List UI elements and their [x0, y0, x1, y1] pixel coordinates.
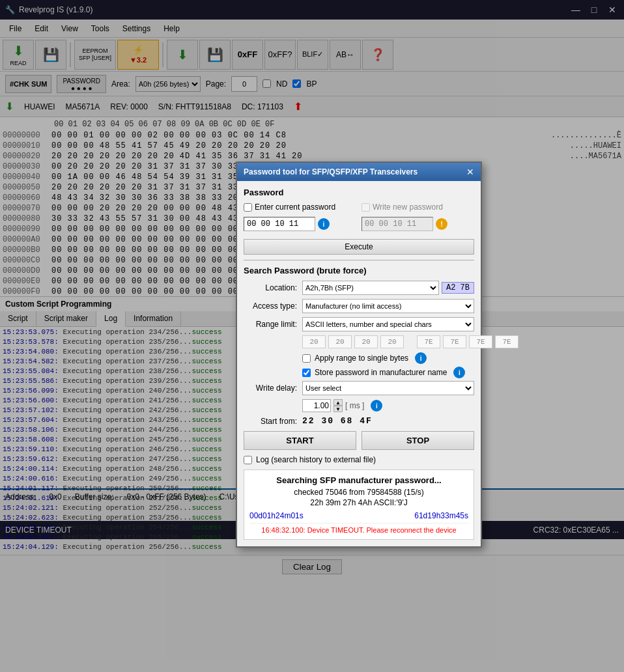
range-min-3[interactable]: [380, 335, 404, 348]
password-modal: Password tool for SFP/QSFP/XFP Transceiv…: [236, 161, 482, 548]
search-section-title: Search Password (brute force): [244, 266, 474, 275]
range-min-1[interactable]: [328, 335, 352, 348]
password-section-title: Password: [244, 188, 474, 197]
write-delay-select[interactable]: User select: [302, 381, 474, 395]
delay-up-button[interactable]: ▲: [333, 399, 343, 406]
range-max-0[interactable]: [417, 335, 440, 348]
delay-spin-buttons: ▲ ▼: [333, 399, 343, 412]
apply-range-label: Apply range to single bytes: [315, 354, 408, 363]
store-password-label: Store password in manufacturer name: [315, 368, 447, 377]
range-max-2[interactable]: [469, 335, 492, 348]
access-type-select[interactable]: Manufacturer (no limit access): [302, 299, 474, 313]
range-min-2[interactable]: [354, 335, 378, 348]
section-divider: [244, 260, 474, 260]
apply-range-row: Apply range to single bytes i: [244, 352, 474, 364]
modal-title-bar: Password tool for SFP/QSFP/XFP Transceiv…: [237, 163, 481, 181]
modal-close-button[interactable]: ✕: [466, 167, 474, 177]
password-inputs-row: i !: [244, 217, 474, 231]
apply-range-checkbox[interactable]: [302, 354, 311, 363]
delay-value-input[interactable]: [302, 399, 331, 412]
write-delay-label: Write delay:: [244, 384, 302, 393]
range-max-1[interactable]: [443, 335, 466, 348]
access-type-label: Access type:: [244, 301, 302, 311]
location-select[interactable]: A2h,7Bh (SFP): [302, 281, 439, 295]
current-password-group: i: [244, 217, 356, 231]
write-new-group: Write new password: [362, 203, 474, 212]
enter-current-label: Enter current password: [255, 203, 335, 212]
enter-current-group: Enter current password: [244, 203, 356, 212]
new-password-input[interactable]: [362, 217, 433, 231]
log-check-row: Log (search history to external file): [244, 455, 474, 464]
current-password-info-icon[interactable]: i: [318, 218, 330, 230]
range-limit-select[interactable]: ASCII letters, number and special chars: [302, 317, 474, 331]
delay-info-icon[interactable]: i: [371, 400, 382, 412]
range-max-3[interactable]: [495, 335, 518, 348]
new-password-group: !: [362, 217, 474, 231]
store-password-info-icon[interactable]: i: [453, 367, 465, 378]
delay-input-row: ▲ ▼ [ ms ] i: [244, 399, 474, 412]
start-from-value: 22 30 68 4F: [302, 416, 373, 426]
stop-button[interactable]: STOP: [362, 431, 474, 450]
log-check-checkbox[interactable]: [244, 456, 252, 464]
status-error-text: 16:48:32.100: Device TIMEOUT. Please rec…: [249, 523, 468, 534]
apply-range-info-icon[interactable]: i: [415, 352, 427, 364]
range-min-0[interactable]: [302, 335, 326, 348]
write-new-label: Write new password: [373, 203, 443, 212]
action-buttons: START STOP: [244, 431, 474, 450]
start-from-row: Start from: 22 30 68 4F: [244, 416, 474, 426]
range-limit-label: Range limit:: [244, 320, 302, 329]
location-label: Location:: [244, 283, 302, 292]
location-row: Location: A2h,7Bh (SFP) A2 7B: [244, 281, 474, 295]
start-button[interactable]: START: [244, 431, 356, 450]
delay-down-button[interactable]: ▼: [333, 406, 343, 412]
new-password-warn-icon[interactable]: !: [436, 218, 447, 230]
status-times: 00d01h24m01s 61d19h33m45s: [249, 511, 468, 520]
modal-body: Password Enter current password Write ne…: [237, 181, 481, 546]
write-delay-row: Write delay: User select: [244, 381, 474, 395]
access-type-row: Access type: Manufacturer (no limit acce…: [244, 299, 474, 313]
range-row: [244, 335, 474, 348]
store-password-row: Store password in manufacturer name i: [244, 367, 474, 378]
status-box: Searching SFP manufacturer password... c…: [244, 469, 474, 540]
log-check-label: Log (search history to external file): [256, 455, 376, 464]
status-elapsed: 00d01h24m01s: [249, 511, 304, 520]
write-new-checkbox[interactable]: [362, 203, 370, 212]
status-remaining: 61d19h33m45s: [414, 511, 468, 520]
password-form-row: Enter current password Write new passwor…: [244, 203, 474, 212]
status-checked-text: checked 75046 from 79584588 (15/s): [249, 488, 468, 497]
modal-overlay: Password tool for SFP/QSFP/XFP Transceiv…: [0, 0, 624, 672]
store-password-checkbox[interactable]: [302, 369, 311, 377]
enter-current-checkbox[interactable]: [244, 203, 252, 212]
execute-button[interactable]: Execute: [244, 239, 474, 255]
modal-title-text: Password tool for SFP/QSFP/XFP Transceiv…: [244, 167, 418, 176]
status-current-text: 22h 39m 27h 4Ah ASCII:'9'J: [249, 498, 468, 507]
location-badge: A2 7B: [442, 282, 474, 294]
current-password-input[interactable]: [244, 217, 315, 231]
range-limit-row: Range limit: ASCII letters, number and s…: [244, 317, 474, 331]
status-searching-text: Searching SFP manufacturer password...: [249, 475, 468, 485]
start-from-label: Start from:: [244, 417, 302, 426]
delay-unit-label: [ ms ]: [345, 401, 364, 410]
